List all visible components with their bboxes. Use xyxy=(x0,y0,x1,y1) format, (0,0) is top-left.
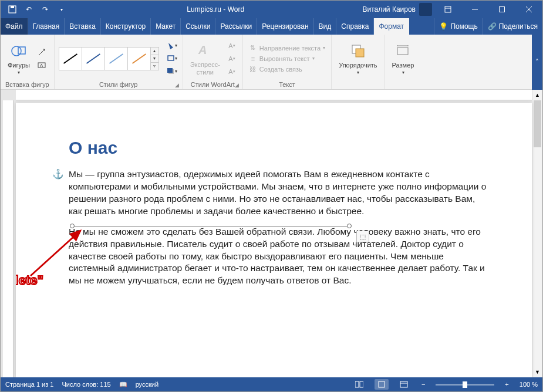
shape-outline-button[interactable]: ▾ xyxy=(166,53,178,65)
chevron-down-icon: ▾ xyxy=(402,70,404,75)
svg-rect-5 xyxy=(18,47,25,54)
heading: О нас xyxy=(69,138,491,158)
shapes-button[interactable]: Фигуры ▾ xyxy=(5,40,32,76)
paragraph-1: Мы — группа энтузиастов, одержимых идеей… xyxy=(69,168,491,218)
shape-fill-button[interactable]: ▾ xyxy=(166,40,178,52)
autosave-toggle[interactable] xyxy=(5,2,19,16)
spellcheck-icon[interactable]: 📖 xyxy=(119,381,127,388)
style-preset-3[interactable] xyxy=(104,47,128,70)
zoom-in-button[interactable]: + xyxy=(502,381,511,388)
style-preset-2[interactable] xyxy=(82,47,105,70)
account-button[interactable]: Виталий Каиров xyxy=(362,3,434,16)
collapse-ribbon-button[interactable]: ˄ xyxy=(532,35,542,90)
arrange-icon xyxy=(349,42,367,60)
annotation-delete-label: "Delete" xyxy=(16,273,43,288)
titlebar: ↶ ↷ ▾ Lumpics.ru - Word Виталий Каиров xyxy=(1,1,542,18)
tab-home[interactable]: Главная xyxy=(28,18,65,35)
qat-customize[interactable]: ▾ xyxy=(55,2,69,16)
close-button[interactable] xyxy=(515,1,542,18)
tab-design[interactable]: Конструктор xyxy=(101,18,151,35)
edit-shape-button[interactable] xyxy=(36,46,48,58)
group-shape-styles: ▴▾▿ ▾ ▾ ▾ Стили фигур◢ xyxy=(55,35,183,89)
text-fill-button[interactable]: A▾ xyxy=(226,40,238,52)
text-outline-button[interactable]: A▾ xyxy=(226,53,238,65)
tab-layout[interactable]: Макет xyxy=(151,18,181,35)
undo-button[interactable]: ↶ xyxy=(22,2,36,16)
zoom-level[interactable]: 100 % xyxy=(520,381,538,388)
svg-rect-16 xyxy=(360,381,363,387)
svg-rect-3 xyxy=(500,7,505,12)
align-text-icon: ≡ xyxy=(249,55,257,63)
style-preset-4[interactable] xyxy=(127,47,151,70)
selected-line-shape[interactable] xyxy=(72,226,348,227)
print-layout-button[interactable] xyxy=(375,379,389,390)
text-effects-button[interactable]: A▾ xyxy=(226,66,238,77)
tab-help[interactable]: Справка xyxy=(336,18,374,35)
vertical-ruler[interactable] xyxy=(3,100,14,377)
language-indicator[interactable]: русский xyxy=(136,381,158,388)
align-text-button[interactable]: ≡Выровнять текст ▾ xyxy=(248,54,326,63)
ribbon-tabs: Файл Главная Вставка Конструктор Макет С… xyxy=(1,18,542,35)
tab-review[interactable]: Рецензирован xyxy=(257,18,313,35)
size-button[interactable]: Размер ▾ xyxy=(390,40,417,76)
svg-rect-10 xyxy=(167,68,173,73)
shape-style-gallery[interactable]: ▴▾▿ xyxy=(59,47,159,70)
scroll-up-button[interactable]: ▲ xyxy=(532,90,542,100)
minimize-button[interactable] xyxy=(461,1,488,18)
tab-references[interactable]: Ссылки xyxy=(181,18,215,35)
help-button[interactable]: 💡Помощь xyxy=(434,18,482,35)
tab-insert[interactable]: Вставка xyxy=(65,18,101,35)
avatar xyxy=(419,3,432,16)
zoom-slider[interactable] xyxy=(436,384,494,386)
tab-file[interactable]: Файл xyxy=(1,18,28,35)
window-title: Lumpics.ru - Word xyxy=(69,5,362,13)
scroll-down-button[interactable]: ▼ xyxy=(532,367,542,377)
wordart-launcher[interactable]: ◢ xyxy=(235,82,239,88)
tab-format[interactable]: Формат xyxy=(374,18,409,35)
layout-options-icon: ⬚ xyxy=(360,233,366,241)
group-insert-shapes: Фигуры ▾ A Вставка фигур xyxy=(1,35,55,89)
style-preset-1[interactable] xyxy=(59,47,82,70)
svg-rect-17 xyxy=(379,381,385,387)
read-mode-button[interactable] xyxy=(352,379,366,390)
text-direction-button[interactable]: ⇅Направление текста ▾ xyxy=(248,43,326,53)
wordart-styles-button[interactable]: A Экспресс- стили xyxy=(188,40,222,76)
redo-button[interactable]: ↷ xyxy=(38,2,52,16)
create-link-button[interactable]: ⛓Создать связь xyxy=(248,65,326,74)
vertical-scrollbar[interactable]: ▲ ▼ xyxy=(532,90,542,377)
group-text: ⇅Направление текста ▾ ≡Выровнять текст ▾… xyxy=(243,35,332,89)
anchor-icon[interactable]: ⚓ xyxy=(52,168,64,180)
maximize-button[interactable] xyxy=(488,1,515,18)
lightbulb-icon: 💡 xyxy=(439,22,448,31)
size-icon xyxy=(394,42,413,60)
text-direction-icon: ⇅ xyxy=(249,44,257,52)
shape-styles-launcher[interactable]: ◢ xyxy=(175,82,179,88)
shape-effects-button[interactable]: ▾ xyxy=(166,66,178,77)
horizontal-ruler[interactable] xyxy=(16,90,532,100)
layout-options-button[interactable]: ⬚ xyxy=(356,231,369,242)
tab-view[interactable]: Вид xyxy=(314,18,337,35)
ribbon: Фигуры ▾ A Вставка фигур ▴▾▿ xyxy=(1,35,532,90)
link-icon: ⛓ xyxy=(249,65,257,73)
arrange-button[interactable]: Упорядочить ▾ xyxy=(336,40,379,76)
page-indicator[interactable]: Страница 1 из 1 xyxy=(5,381,53,388)
svg-rect-13 xyxy=(356,49,364,57)
svg-rect-15 xyxy=(355,381,359,387)
tab-mailings[interactable]: Рассылки xyxy=(215,18,257,35)
zoom-out-button[interactable]: − xyxy=(419,381,427,388)
svg-text:A: A xyxy=(198,43,207,56)
ribbon-options-button[interactable] xyxy=(434,1,461,18)
svg-rect-1 xyxy=(11,6,14,8)
word-count[interactable]: Число слов: 115 xyxy=(62,381,110,388)
line-handle-end[interactable] xyxy=(347,224,352,228)
web-layout-button[interactable] xyxy=(397,379,411,390)
app-window: ↶ ↷ ▾ Lumpics.ru - Word Виталий Каиров Ф… xyxy=(0,0,543,392)
paragraph-2: Но мы не сможем это сделать без Вашей об… xyxy=(69,226,491,288)
gallery-scroll[interactable]: ▴▾▿ xyxy=(151,47,159,70)
text-box-button[interactable]: A xyxy=(36,59,48,71)
chevron-down-icon: ▾ xyxy=(357,70,359,75)
svg-rect-8 xyxy=(168,56,174,60)
page[interactable]: О нас ⚓ Мы — группа энтузиастов, одержим… xyxy=(16,103,532,377)
scroll-thumb[interactable] xyxy=(534,100,541,147)
share-button[interactable]: 🔗Поделиться xyxy=(483,18,542,35)
